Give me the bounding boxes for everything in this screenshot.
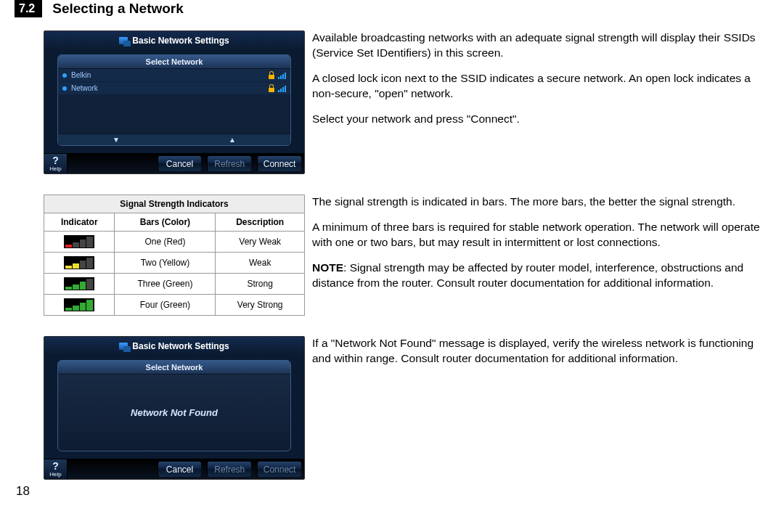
paragraph: If a "Network Not Found" message is disp…: [312, 336, 769, 367]
refresh-button[interactable]: Refresh: [207, 156, 251, 171]
network-not-found-message: Network Not Found: [58, 375, 290, 451]
lock-icon: [268, 71, 275, 79]
help-label: Help: [49, 165, 61, 172]
indicator-cell: [44, 253, 115, 274]
paragraph: Select your network and press "Connect".: [312, 112, 769, 127]
indicator-cell: [44, 274, 115, 295]
signal-one-bar-icon: [64, 235, 94, 248]
network-row[interactable]: Network: [58, 82, 290, 95]
bars-cell: Two (Yellow): [115, 253, 216, 274]
paragraph: A closed lock icon next to the SSID indi…: [312, 71, 769, 102]
screenshot-network-not-found: Basic Network Settings Select Network Ne…: [44, 336, 305, 480]
paragraph: Available broadcasting networks with an …: [312, 30, 769, 61]
panel-subtitle: Select Network: [58, 361, 290, 375]
signal-two-bar-icon: [64, 256, 94, 269]
note-text: : Signal strength may be affected by rou…: [312, 261, 743, 289]
description-text: The signal strength is indicated in bars…: [298, 195, 769, 316]
question-icon: ?: [52, 461, 59, 471]
note-label: NOTE: [312, 261, 343, 274]
refresh-button[interactable]: Refresh: [207, 462, 251, 477]
section-number: 7.2: [15, 0, 42, 17]
col-header: Bars (Color): [115, 213, 216, 232]
bars-cell: Three (Green): [115, 274, 216, 295]
scroll-up-icon[interactable]: ▲: [174, 134, 290, 145]
col-header: Description: [216, 213, 305, 232]
signal-three-bar-icon: [64, 277, 94, 290]
desc-cell: Very Strong: [216, 295, 305, 316]
bars-cell: One (Red): [115, 232, 216, 253]
cancel-button[interactable]: Cancel: [158, 156, 202, 171]
paragraph: NOTE: Signal strength may be affected by…: [312, 261, 769, 291]
table-title: Signal Strength Indicators: [44, 195, 305, 213]
monitor-icon: [119, 37, 128, 44]
section-header: 7.2 Selecting a Network: [15, 0, 769, 17]
col-header: Indicator: [44, 213, 115, 232]
bars-cell: Four (Green): [115, 295, 216, 316]
question-icon: ?: [52, 155, 59, 165]
network-name: Belkin: [71, 71, 91, 79]
description-text: Available broadcasting networks with an …: [298, 30, 769, 174]
signal-strength-table: Signal Strength Indicators Indicator Bar…: [44, 195, 305, 316]
indicator-cell: [44, 232, 115, 253]
signal-four-bar-icon: [64, 298, 94, 311]
page-number: 18: [16, 484, 769, 499]
screenshot-network-list: Basic Network Settings Select Network Be…: [44, 30, 305, 174]
scroll-down-icon[interactable]: ▼: [58, 134, 174, 145]
connect-button[interactable]: Connect: [257, 156, 301, 171]
desc-cell: Weak: [216, 253, 305, 274]
status-dot-icon: [62, 86, 67, 91]
paragraph: A minimum of three bars is required for …: [312, 220, 769, 250]
signal-bars-icon: [278, 72, 286, 79]
help-button[interactable]: ? Help: [44, 154, 68, 173]
signal-bars-icon: [278, 85, 286, 92]
description-text: If a "Network Not Found" message is disp…: [298, 336, 769, 480]
monitor-icon: [119, 343, 128, 350]
panel-subtitle: Select Network: [58, 55, 290, 69]
connect-button: Connect: [257, 462, 301, 477]
section-title: Selecting a Network: [52, 1, 184, 17]
scroll-arrows: ▼ ▲: [58, 134, 290, 145]
network-name: Network: [71, 84, 98, 92]
window-title: Basic Network Settings: [44, 31, 304, 50]
help-button[interactable]: ? Help: [44, 459, 68, 479]
help-label: Help: [49, 471, 61, 478]
cancel-button[interactable]: Cancel: [158, 462, 202, 477]
indicator-cell: [44, 295, 115, 316]
lock-icon: [268, 84, 275, 92]
paragraph: The signal strength is indicated in bars…: [312, 195, 769, 210]
desc-cell: Strong: [216, 274, 305, 295]
status-dot-icon: [62, 73, 67, 78]
window-title-text: Basic Network Settings: [132, 36, 229, 46]
window-title-text: Basic Network Settings: [132, 341, 229, 351]
desc-cell: Very Weak: [216, 232, 305, 253]
window-title: Basic Network Settings: [44, 337, 304, 356]
network-row[interactable]: Belkin: [58, 69, 290, 82]
